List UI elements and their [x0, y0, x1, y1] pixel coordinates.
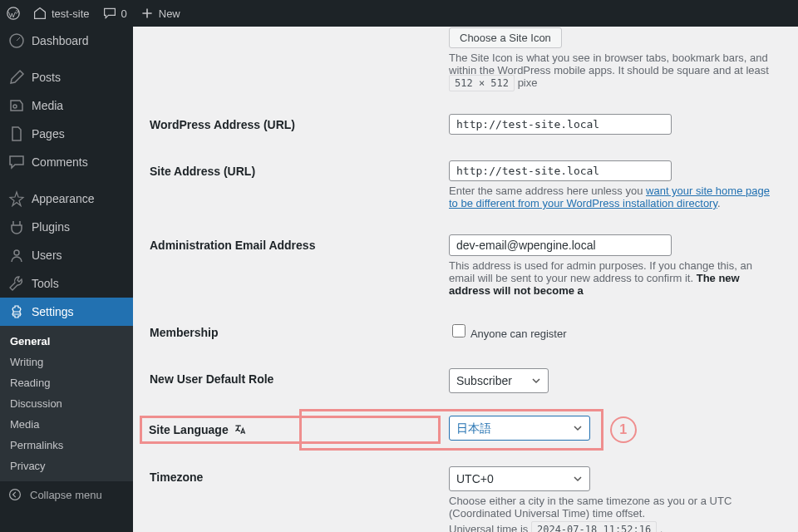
annotation-marker: 1 [610, 416, 637, 443]
menu-tools[interactable]: Tools [0, 269, 133, 298]
menu-comments[interactable]: Comments [0, 148, 133, 176]
admin-bar: test-site 0 New [0, 0, 798, 27]
settings-submenu: General Writing Reading Discussion Media… [0, 326, 133, 481]
content-area: Choose a Site Icon The Site Icon is what… [133, 27, 798, 532]
default-role-select[interactable]: Subscriber [449, 368, 549, 393]
default-role-label: New User Default Role [150, 356, 441, 406]
submenu-general[interactable]: General [0, 331, 133, 352]
menu-settings[interactable]: Settings [0, 298, 133, 326]
new-link[interactable]: New [134, 0, 187, 27]
wp-logo[interactable] [0, 0, 27, 27]
site-link[interactable]: test-site [27, 0, 96, 27]
wp-url-input[interactable] [449, 114, 672, 135]
site-language-label: Site Language [149, 423, 229, 436]
menu-posts[interactable]: Posts [0, 63, 133, 91]
svg-point-3 [10, 490, 21, 500]
site-icon-description: The Site Icon is what you see in browser… [449, 52, 773, 89]
submenu-permalinks[interactable]: Permalinks [0, 435, 133, 456]
site-url-label: Site Address (URL) [150, 148, 441, 222]
timezone-select[interactable]: UTC+0 [449, 466, 590, 491]
admin-email-description: This address is used for admin purposes.… [449, 259, 773, 297]
timezone-label: Timezone [150, 454, 441, 532]
menu-users[interactable]: Users [0, 241, 133, 269]
menu-pages[interactable]: Pages [0, 120, 133, 148]
menu-media[interactable]: Media [0, 91, 133, 120]
wp-url-label: WordPress Address (URL) [150, 101, 441, 148]
submenu-writing[interactable]: Writing [0, 352, 133, 372]
submenu-media[interactable]: Media [0, 414, 133, 435]
choose-site-icon-button[interactable]: Choose a Site Icon [449, 27, 562, 48]
svg-point-2 [14, 250, 19, 255]
membership-checkbox-label[interactable]: Anyone can register [449, 328, 567, 340]
submenu-reading[interactable]: Reading [0, 372, 133, 393]
submenu-privacy[interactable]: Privacy [0, 456, 133, 476]
admin-email-label: Administration Email Address [150, 222, 441, 309]
menu-appearance[interactable]: Appearance [0, 185, 133, 213]
site-url-description: Enter the same address here unless you w… [449, 185, 773, 209]
membership-checkbox[interactable] [452, 324, 466, 337]
site-language-select[interactable]: 日本語 [449, 416, 590, 441]
submenu-discussion[interactable]: Discussion [0, 393, 133, 414]
menu-dashboard[interactable]: Dashboard [0, 27, 133, 55]
comments-link[interactable]: 0 [96, 0, 134, 27]
site-url-input[interactable] [449, 160, 672, 181]
timezone-utc: Universal time is 2024-07-18 11:52:16 . [449, 523, 773, 532]
membership-label: Membership [150, 309, 441, 356]
collapse-menu[interactable]: Collapse menu [0, 481, 133, 508]
timezone-utc-code: 2024-07-18 11:52:16 [531, 521, 657, 532]
menu-plugins[interactable]: Plugins [0, 213, 133, 241]
translate-icon [234, 423, 247, 436]
timezone-description: Choose either a city in the same timezon… [449, 495, 773, 520]
site-icon-size-code: 512 × 512 [449, 75, 515, 91]
annotation-highlight: Site Language [140, 416, 441, 444]
admin-email-input[interactable] [449, 234, 672, 256]
admin-sidebar: Dashboard Posts Media Pages Comments App… [0, 27, 133, 532]
